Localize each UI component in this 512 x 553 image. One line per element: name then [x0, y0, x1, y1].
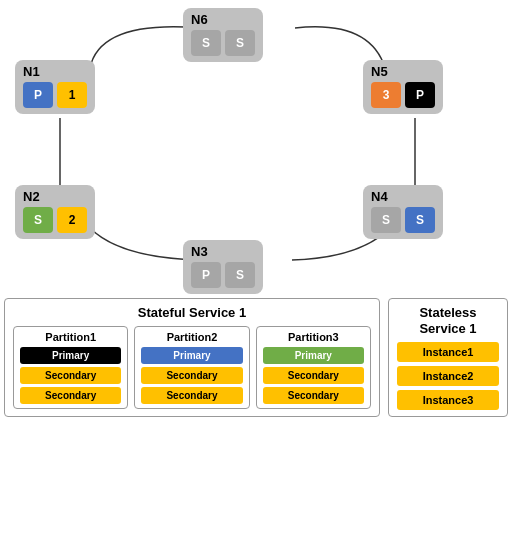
- stateless-service-box: StatelessService 1 Instance1 Instance2 I…: [388, 298, 508, 417]
- chip-n4-1: S: [405, 207, 435, 233]
- chip-n1-0: P: [23, 82, 53, 108]
- node-n6-label: N6: [191, 12, 208, 27]
- node-n4: N4 S S: [363, 185, 443, 239]
- partitions-row: Partition1 Primary Secondary Secondary P…: [13, 326, 371, 409]
- partition3-box: Partition3 Primary Secondary Secondary: [256, 326, 371, 409]
- node-diagram: N6 S S N1 P 1 N5 3 P N2 S 2 N4 S S: [0, 0, 512, 295]
- legend-area: Stateful Service 1 Partition1 Primary Se…: [4, 298, 508, 417]
- node-n6: N6 S S: [183, 8, 263, 62]
- node-n5-chips: 3 P: [371, 82, 435, 108]
- node-n3: N3 P S: [183, 240, 263, 294]
- partition2-primary: Primary: [141, 347, 242, 364]
- partition3-primary: Primary: [263, 347, 364, 364]
- node-n4-chips: S S: [371, 207, 435, 233]
- partition1-secondary1: Secondary: [20, 367, 121, 384]
- node-n3-chips: P S: [191, 262, 255, 288]
- chip-n5-1: P: [405, 82, 435, 108]
- stateless-title: StatelessService 1: [397, 305, 499, 336]
- partition3-title: Partition3: [263, 331, 364, 343]
- node-n3-label: N3: [191, 244, 208, 259]
- chip-n1-1: 1: [57, 82, 87, 108]
- node-n1-label: N1: [23, 64, 40, 79]
- chip-n3-0: P: [191, 262, 221, 288]
- chip-n3-1: S: [225, 262, 255, 288]
- partition2-box: Partition2 Primary Secondary Secondary: [134, 326, 249, 409]
- instance3-chip: Instance3: [397, 390, 499, 410]
- partition1-secondary2: Secondary: [20, 387, 121, 404]
- chip-n2-0: S: [23, 207, 53, 233]
- node-n2-label: N2: [23, 189, 40, 204]
- partition1-title: Partition1: [20, 331, 121, 343]
- partition3-secondary2: Secondary: [263, 387, 364, 404]
- chip-n6-0: S: [191, 30, 221, 56]
- node-n5-label: N5: [371, 64, 388, 79]
- partition3-secondary1: Secondary: [263, 367, 364, 384]
- chip-n5-0: 3: [371, 82, 401, 108]
- partition2-title: Partition2: [141, 331, 242, 343]
- partition2-secondary1: Secondary: [141, 367, 242, 384]
- node-n1: N1 P 1: [15, 60, 95, 114]
- partition1-box: Partition1 Primary Secondary Secondary: [13, 326, 128, 409]
- node-n1-chips: P 1: [23, 82, 87, 108]
- node-n2: N2 S 2: [15, 185, 95, 239]
- instance1-chip: Instance1: [397, 342, 499, 362]
- chip-n6-1: S: [225, 30, 255, 56]
- stateful-service-box: Stateful Service 1 Partition1 Primary Se…: [4, 298, 380, 417]
- node-n6-chips: S S: [191, 30, 255, 56]
- instance2-chip: Instance2: [397, 366, 499, 386]
- node-n5: N5 3 P: [363, 60, 443, 114]
- partition1-primary: Primary: [20, 347, 121, 364]
- chip-n4-0: S: [371, 207, 401, 233]
- stateful-title: Stateful Service 1: [13, 305, 371, 320]
- chip-n2-1: 2: [57, 207, 87, 233]
- partition2-secondary2: Secondary: [141, 387, 242, 404]
- node-n2-chips: S 2: [23, 207, 87, 233]
- node-n4-label: N4: [371, 189, 388, 204]
